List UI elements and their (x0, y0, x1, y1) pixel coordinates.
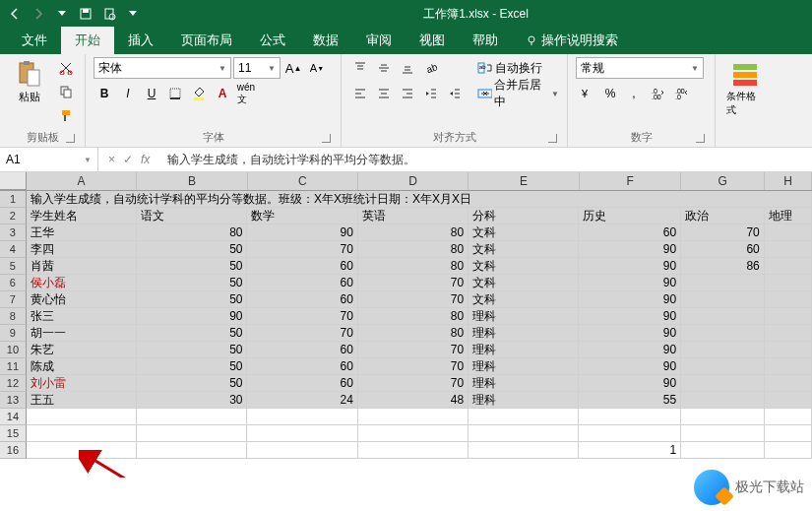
cell[interactable]: 24 (247, 392, 357, 409)
tab-insert[interactable]: 插入 (114, 27, 167, 54)
cell[interactable] (579, 409, 681, 425)
align-top-button[interactable] (349, 57, 371, 79)
col-header[interactable]: G (681, 172, 765, 190)
forward-icon[interactable] (28, 3, 49, 25)
fx-icon[interactable]: fx (141, 153, 150, 166)
cell[interactable]: 70 (358, 291, 468, 308)
tab-search[interactable]: 操作说明搜索 (512, 27, 632, 54)
align-right-button[interactable] (397, 83, 418, 104)
cell[interactable]: 70 (247, 241, 357, 258)
tab-view[interactable]: 视图 (406, 27, 459, 54)
cell[interactable]: 60 (247, 375, 357, 392)
row-header[interactable]: 11 (0, 358, 27, 375)
cell[interactable]: 理科 (468, 308, 579, 325)
cell[interactable] (681, 325, 765, 342)
cell[interactable]: 90 (579, 241, 681, 258)
cell[interactable]: 86 (681, 258, 765, 275)
cell[interactable]: 90 (579, 375, 681, 392)
cell[interactable] (358, 425, 468, 442)
enter-icon[interactable]: ✓ (123, 153, 133, 166)
cell[interactable] (765, 342, 812, 358)
cell[interactable] (765, 241, 812, 258)
cell[interactable]: 50 (137, 342, 247, 358)
cell[interactable]: 朱艺 (27, 342, 137, 358)
cell[interactable]: 48 (358, 392, 468, 409)
cell[interactable]: 地理 (765, 208, 812, 224)
cell[interactable]: 文科 (468, 258, 579, 275)
cell[interactable]: 理科 (468, 375, 579, 392)
cell[interactable]: 30 (137, 392, 247, 409)
decrease-indent-button[interactable] (420, 83, 442, 104)
cell[interactable] (681, 358, 765, 375)
cell[interactable]: 输入学生成绩，自动统计学科的平均分等数据。班级：X年X班统计日期：X年X月X日 (27, 191, 812, 208)
cell[interactable]: 60 (681, 241, 765, 258)
cell[interactable]: 70 (681, 224, 765, 241)
cell[interactable] (765, 258, 812, 275)
cell[interactable]: 55 (579, 392, 681, 409)
cell[interactable]: 70 (358, 358, 468, 375)
cell[interactable]: 王五 (27, 392, 137, 409)
row-header[interactable]: 12 (0, 375, 27, 392)
row-header[interactable]: 13 (0, 392, 27, 409)
tab-data[interactable]: 数据 (299, 27, 352, 54)
fill-color-button[interactable] (188, 83, 210, 104)
cell[interactable]: 50 (137, 275, 247, 291)
format-painter-button[interactable] (55, 104, 77, 126)
cell[interactable] (27, 425, 137, 442)
font-name-combo[interactable]: 宋体▼ (94, 57, 231, 79)
cell[interactable]: 70 (247, 308, 357, 325)
cell[interactable] (681, 409, 765, 425)
cell[interactable] (579, 425, 681, 442)
shrink-font-button[interactable]: A▼ (306, 57, 328, 79)
print-preview-icon[interactable] (98, 3, 120, 25)
row-header[interactable]: 1 (0, 191, 27, 208)
tab-formula[interactable]: 公式 (246, 27, 299, 54)
decrease-decimal-button[interactable]: .00.0 (670, 83, 692, 104)
bold-button[interactable]: B (94, 83, 115, 104)
cell[interactable]: 政治 (681, 208, 765, 224)
cell[interactable]: 80 (358, 325, 468, 342)
percent-button[interactable]: % (599, 83, 621, 104)
align-center-button[interactable] (373, 83, 395, 104)
cell[interactable]: 50 (137, 358, 247, 375)
col-header[interactable]: F (580, 172, 682, 190)
cell[interactable] (681, 342, 765, 358)
cell[interactable]: 理科 (468, 325, 579, 342)
tab-file[interactable]: 文件 (8, 27, 61, 54)
cell[interactable] (681, 392, 765, 409)
cell[interactable]: 张三 (27, 308, 137, 325)
cell[interactable] (137, 409, 247, 425)
tab-review[interactable]: 审阅 (352, 27, 406, 54)
increase-decimal-button[interactable]: .0.00 (647, 83, 668, 104)
cell[interactable] (137, 442, 247, 459)
cell[interactable]: 90 (579, 308, 681, 325)
cell[interactable] (765, 291, 812, 308)
row-header[interactable]: 2 (0, 208, 27, 224)
cell[interactable]: 理科 (468, 342, 579, 358)
row-header[interactable]: 5 (0, 258, 27, 275)
row-header[interactable]: 3 (0, 224, 27, 241)
col-header[interactable]: H (765, 172, 812, 190)
cell[interactable] (681, 275, 765, 291)
cell[interactable]: 90 (579, 258, 681, 275)
row-header[interactable]: 15 (0, 425, 27, 442)
cell[interactable]: 陈成 (27, 358, 137, 375)
cut-button[interactable] (55, 57, 77, 79)
cell[interactable]: 1 (579, 442, 681, 459)
merge-center-button[interactable]: 合并后居中 ▼ (477, 83, 559, 104)
cell[interactable]: 90 (579, 325, 681, 342)
tab-home[interactable]: 开始 (61, 27, 114, 54)
row-header[interactable]: 10 (0, 342, 27, 358)
dropdown-icon[interactable] (51, 3, 73, 25)
cell[interactable]: 60 (247, 291, 357, 308)
col-header[interactable]: C (248, 172, 358, 190)
cell[interactable]: 80 (137, 224, 247, 241)
cell[interactable]: 学生姓名 (27, 208, 137, 224)
paste-button[interactable]: 粘贴 (8, 57, 51, 107)
row-header[interactable]: 16 (0, 442, 27, 459)
cell[interactable]: 语文 (137, 208, 247, 224)
cell[interactable] (27, 409, 137, 425)
cell[interactable]: 80 (358, 308, 468, 325)
accounting-button[interactable]: ¥ (576, 83, 597, 104)
spreadsheet-grid[interactable]: A B C D E F G H 1输入学生成绩，自动统计学科的平均分等数据。班级… (0, 172, 812, 478)
